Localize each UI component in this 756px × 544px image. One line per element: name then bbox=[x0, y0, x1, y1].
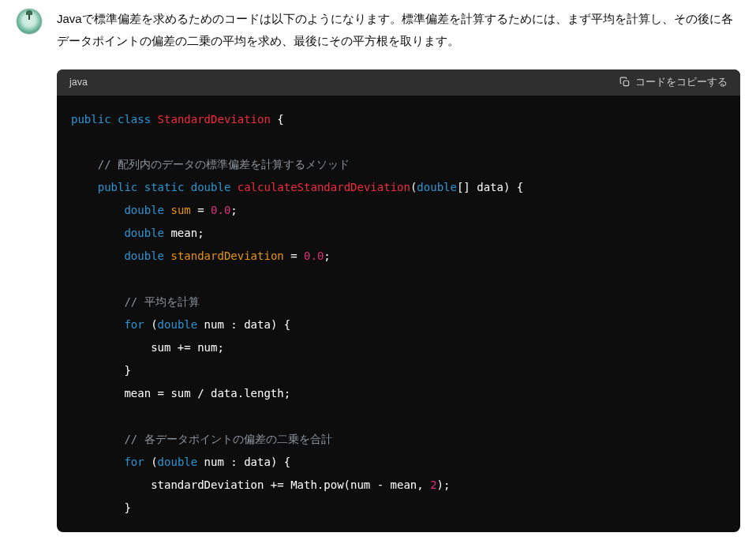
code-token: public bbox=[71, 113, 111, 126]
code-token: double bbox=[124, 227, 164, 239]
code-token: double bbox=[158, 456, 198, 468]
copy-icon bbox=[619, 77, 631, 88]
avatar bbox=[16, 8, 43, 35]
code-token: double bbox=[158, 318, 198, 331]
code-body[interactable]: public class StandardDeviation { // 配列内の… bbox=[57, 96, 740, 532]
copy-button-label: コードをコピーする bbox=[635, 76, 728, 89]
code-comment: // 平均を計算 bbox=[124, 295, 199, 308]
code-token: double bbox=[124, 249, 164, 262]
explanation-text: Javaで標準偏差を求めるためのコードは以下のようになります。標準偏差を計算する… bbox=[57, 8, 740, 52]
assistant-message: Javaで標準偏差を求めるためのコードは以下のようになります。標準偏差を計算する… bbox=[16, 8, 740, 532]
code-token: sum bbox=[170, 204, 190, 216]
code-token: 2 bbox=[430, 478, 436, 491]
code-token: class bbox=[118, 113, 151, 126]
code-token: public bbox=[98, 181, 138, 193]
code-token: 0.0 bbox=[304, 249, 324, 262]
code-token: double bbox=[191, 181, 231, 193]
code-token: calculateStandardDeviation bbox=[238, 181, 410, 193]
svg-rect-0 bbox=[623, 81, 628, 85]
code-comment: // 配列内のデータの標準偏差を計算するメソッド bbox=[98, 158, 350, 171]
code-block: java コードをコピーする public class StandardDevi… bbox=[57, 69, 740, 532]
code-header: java コードをコピーする bbox=[57, 69, 740, 96]
code-token: double bbox=[417, 181, 457, 193]
code-token: double bbox=[124, 204, 164, 216]
code-language-label: java bbox=[69, 77, 88, 88]
code-token: static bbox=[144, 181, 185, 193]
code-comment: // 各データポイントの偏差の二乗を合計 bbox=[124, 433, 331, 445]
code-token: standardDeviation bbox=[170, 249, 283, 262]
copy-code-button[interactable]: コードをコピーする bbox=[619, 76, 728, 89]
code-token: for bbox=[124, 456, 144, 468]
code-token: StandardDeviation bbox=[158, 113, 271, 126]
code-token: 0.0 bbox=[211, 204, 230, 216]
message-content: Javaで標準偏差を求めるためのコードは以下のようになります。標準偏差を計算する… bbox=[57, 8, 740, 532]
code-token: for bbox=[124, 318, 144, 331]
